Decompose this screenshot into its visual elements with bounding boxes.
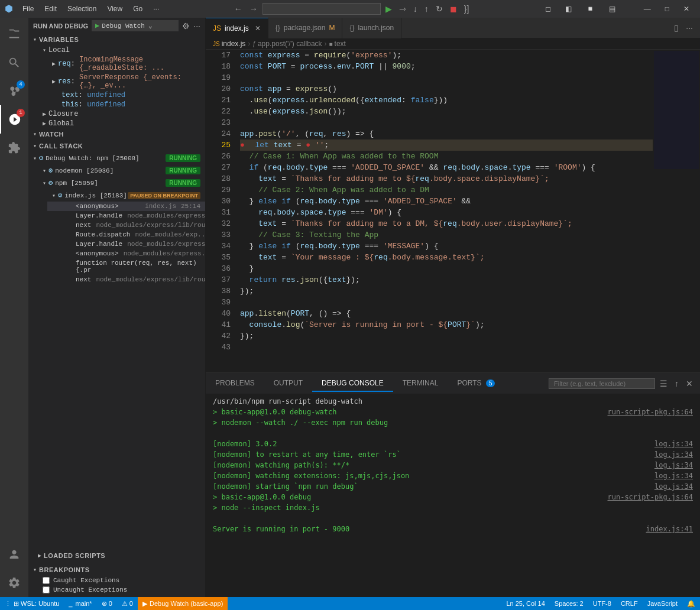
status-spaces[interactable]: Spaces: 2 — [550, 600, 588, 607]
status-errors[interactable]: ⊗ 0 — [97, 597, 117, 610]
panel-close-button[interactable]: ✕ — [683, 378, 695, 390]
debug-console-filter[interactable] — [549, 378, 655, 389]
breadcrumb-file[interactable]: JS index.js — [213, 40, 245, 48]
status-notifications[interactable]: 🔔 — [682, 600, 700, 608]
activity-accounts[interactable] — [0, 540, 28, 569]
split-editor-button[interactable]: ▯ — [672, 22, 681, 34]
menu-go[interactable]: Go — [128, 4, 147, 14]
stack-frame-layer-handle[interactable]: Layer.handle node_modules/express/lib/ro… — [47, 211, 205, 220]
menu-more[interactable]: ··· — [148, 4, 164, 14]
stack-frame-anonymous2[interactable]: <anonymous> node_modules/express... — [47, 249, 205, 258]
stack-indexjs-header[interactable]: ▾ ⚙ index.js [25183] PAUSED ON BREAKPOIN… — [47, 189, 205, 202]
debug-step-out-button[interactable]: ↑ — [422, 3, 431, 15]
stack-frame-next1[interactable]: next node_modules/express/lib/rout... — [47, 220, 205, 230]
caught-exceptions-checkbox[interactable] — [43, 577, 50, 584]
menu-edit[interactable]: Edit — [40, 4, 61, 14]
window-grid-button[interactable]: ▤ — [603, 4, 621, 14]
activity-debug[interactable]: 1 — [0, 105, 28, 134]
tab-index-js[interactable]: JS index.js ✕ — [206, 18, 268, 38]
tab-problems[interactable]: PROBLEMS — [206, 375, 264, 392]
caught-exceptions-item[interactable]: Caught Exceptions — [28, 576, 205, 585]
tab-close-index-js[interactable]: ✕ — [255, 24, 261, 33]
activity-explorer[interactable] — [0, 20, 28, 48]
stack-group-header-debugwatch[interactable]: ▾ ⚙ Debug Watch: npm [25008] RUNNING — [28, 152, 205, 164]
tab-terminal[interactable]: TERMINAL — [393, 375, 448, 392]
loaded-scripts-header[interactable]: ▶ LOADED SCRIPTS — [33, 550, 200, 562]
status-git-branch[interactable]: ⎯ main* — [64, 597, 96, 610]
activity-extensions[interactable] — [0, 134, 28, 162]
status-line-ending[interactable]: CRLF — [616, 600, 643, 607]
menu-file[interactable]: File — [18, 4, 38, 14]
watch-header[interactable]: ▾ WATCH — [28, 128, 205, 140]
code-content[interactable]: const express = require('express'); cons… — [235, 50, 653, 372]
status-wsl[interactable]: ⋮ ⊞ WSL: Ubuntu — [0, 597, 64, 610]
stack-frame-anonymous[interactable]: <anonymous> index.js 25:14 — [47, 202, 205, 211]
link-log-1[interactable]: log.js:34 — [654, 439, 693, 449]
nav-forward-button[interactable]: → — [247, 3, 260, 15]
var-this[interactable]: this : undefined — [28, 100, 205, 109]
stack-frame-route-dispatch[interactable]: Route.dispatch node_modules/exp... — [47, 230, 205, 239]
window-sidebar-button[interactable]: ◻ — [539, 4, 557, 14]
stack-frame-next2[interactable]: next node_modules/express/lib/rout... — [47, 275, 205, 284]
link-log-3[interactable]: log.js:34 — [654, 460, 693, 471]
debug-continue-button[interactable]: ▶ — [383, 3, 394, 15]
debug-step-into-button[interactable]: ↓ — [411, 3, 420, 15]
debug-step-over-button[interactable]: ⇾ — [397, 3, 409, 15]
window-panels-button[interactable]: ◽ — [580, 4, 601, 14]
link-log-2[interactable]: log.js:34 — [654, 449, 693, 460]
search-input[interactable] — [262, 3, 381, 15]
menu-selection[interactable]: Selection — [63, 4, 101, 14]
link-run-script-2[interactable]: run-script-pkg.js:64 — [608, 492, 693, 502]
breadcrumb-path2[interactable]: ■ text — [329, 40, 346, 48]
window-close-button[interactable]: ✕ — [678, 4, 695, 14]
stack-npm-item[interactable]: ▾ ⚙ npm [25059] RUNNING — [28, 177, 205, 189]
debug-extra-button[interactable]: }] — [462, 3, 472, 15]
breakpoints-header[interactable]: ▾ BREAKPOINTS — [28, 564, 205, 576]
activity-git[interactable]: 4 — [0, 77, 28, 105]
stack-frame-layer-handle2[interactable]: Layer.handle node_modules/express... — [47, 239, 205, 249]
status-language[interactable]: JavaScript — [643, 600, 682, 607]
window-minimize-button[interactable]: — — [638, 4, 657, 14]
debug-config-selector[interactable]: ▶ Debug Watch ⌄ — [92, 20, 179, 31]
debug-stop-button[interactable]: ◼ — [448, 3, 459, 15]
activity-settings[interactable] — [0, 569, 28, 597]
global-group[interactable]: ▶ Global — [28, 119, 205, 128]
link-log-4[interactable]: log.js:34 — [654, 471, 693, 481]
panel-scroll-up-button[interactable]: ↑ — [672, 378, 681, 390]
tab-package-json[interactable]: {} package.json M — [268, 18, 343, 38]
stack-nodemon-item[interactable]: ▾ ⚙ nodemon [25036] RUNNING — [28, 164, 205, 177]
debug-settings-button[interactable]: ⚙ — [182, 21, 190, 31]
var-res[interactable]: ▶ res : ServerResponse {_events: {…}, _e… — [28, 73, 205, 90]
variables-header[interactable]: ▾ VARIABLES — [28, 34, 205, 46]
link-run-script-1[interactable]: run-script-pkg.js:64 — [608, 407, 693, 417]
closure-group[interactable]: ▶ Closure — [28, 109, 205, 119]
status-warnings[interactable]: ⚠ 0 — [117, 597, 138, 610]
local-group[interactable]: ▾ Local — [28, 46, 205, 55]
status-position[interactable]: Ln 25, Col 14 — [501, 600, 549, 607]
var-text[interactable]: text : undefined — [28, 90, 205, 100]
tab-launch-json[interactable]: {} launch.json — [342, 18, 401, 38]
link-log-5[interactable]: log.js:34 — [654, 481, 693, 492]
tab-output[interactable]: OUTPUT — [264, 375, 312, 392]
uncaught-exceptions-checkbox[interactable] — [43, 586, 50, 593]
more-tabs-button[interactable]: ··· — [683, 22, 695, 34]
breadcrumb-path1[interactable]: ƒ app.post('/') callback — [252, 40, 322, 48]
window-maximize-button[interactable]: □ — [659, 4, 675, 14]
window-layout-button[interactable]: ◧ — [559, 4, 578, 14]
var-req[interactable]: ▶ req : IncomingMessage {_readableState:… — [28, 55, 205, 73]
stack-group-debugwatch: ▾ ⚙ Debug Watch: npm [25008] RUNNING ▾ ⚙… — [28, 152, 205, 284]
tab-debug-console[interactable]: DEBUG CONSOLE — [312, 375, 393, 392]
stack-frame-router[interactable]: function router(req, res, next) {.pr — [47, 258, 205, 275]
status-encoding[interactable]: UTF-8 — [588, 600, 616, 607]
uncaught-exceptions-item[interactable]: Uncaught Exceptions — [28, 585, 205, 595]
debug-more-button[interactable]: ··· — [193, 21, 200, 31]
debug-restart-button[interactable]: ↻ — [433, 3, 445, 15]
menu-view[interactable]: View — [102, 4, 127, 14]
link-index-js[interactable]: index.js:41 — [646, 524, 693, 534]
activity-search[interactable] — [0, 48, 28, 77]
panel-filter-toggle-button[interactable]: ☰ — [657, 378, 670, 390]
status-debug[interactable]: ▶ Debug Watch (basic-app) — [138, 597, 228, 610]
nav-back-button[interactable]: ← — [232, 3, 245, 15]
tab-ports[interactable]: PORTS 5 — [448, 375, 504, 392]
callstack-header[interactable]: ▾ CALL STACK — [28, 140, 205, 152]
